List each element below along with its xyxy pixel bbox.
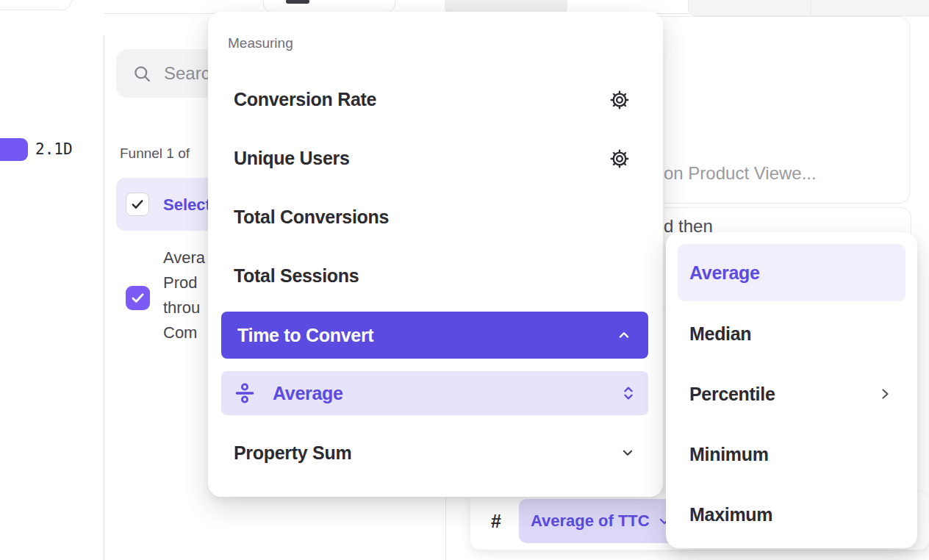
menu-item-label: Average: [273, 383, 343, 404]
submenu-item-median[interactable]: Median: [689, 323, 751, 345]
metric-pill-label: Average of TTC: [531, 511, 650, 531]
menu-item-time-to-convert[interactable]: Time to Convert: [221, 312, 648, 359]
description-line: Avera: [163, 245, 205, 270]
search-icon: [132, 64, 152, 84]
description-line: Prod: [163, 270, 205, 295]
drag-handle: [286, 0, 309, 4]
step-badge: [0, 138, 28, 161]
checkbox-checked[interactable]: [126, 193, 149, 216]
metric-pill-button[interactable]: Average of TTC: [519, 499, 685, 543]
background-card-top-middle: [263, 0, 395, 12]
menu-item-unique-users[interactable]: Unique Users: [234, 148, 350, 169]
gear-icon[interactable]: [609, 148, 631, 170]
background-toolbar-segment: [445, 0, 567, 12]
submenu-item-maximum[interactable]: Maximum: [689, 504, 772, 525]
checkmark-icon: [130, 197, 145, 212]
gear-icon[interactable]: [609, 89, 631, 111]
top-right-tab-2[interactable]: [811, 0, 929, 16]
measuring-dropdown: Measuring Conversion Rate Unique Users T…: [208, 12, 663, 497]
submenu-item-average[interactable]: Average: [678, 244, 905, 301]
menu-item-average-selector[interactable]: Average: [221, 371, 648, 415]
step-badge-label: 2.1D: [35, 140, 73, 158]
event-card-text: on Product Viewe...: [664, 163, 817, 184]
measuring-header: Measuring: [228, 35, 293, 51]
app-canvas: 2.1D Search Funnel 1 of Selected Avera P…: [0, 0, 929, 560]
description-line: throu: [163, 295, 205, 320]
chevron-up-icon: [616, 327, 632, 343]
left-panel-divider: [104, 35, 104, 560]
description-line: Com: [163, 320, 205, 345]
menu-item-conversion-rate[interactable]: Conversion Rate: [234, 89, 376, 110]
chevron-right-icon: [876, 385, 894, 403]
submenu-item-label: Percentile: [689, 384, 775, 405]
menu-item-label: Property Sum: [234, 442, 351, 464]
aggregation-dropdown: Average Median Percentile Minimum Maximu…: [666, 232, 917, 548]
funnel-step-label: Funnel 1 of: [120, 146, 190, 162]
menu-item-property-sum[interactable]: Property Sum: [221, 432, 648, 473]
chevron-down-icon: [620, 445, 636, 461]
submenu-item-minimum[interactable]: Minimum: [689, 444, 769, 465]
menu-item-total-conversions[interactable]: Total Conversions: [234, 207, 389, 228]
checkmark-icon: [130, 290, 146, 306]
numeric-type-symbol: #: [491, 511, 501, 532]
top-right-tab-1[interactable]: [688, 0, 811, 16]
menu-item-label: Time to Convert: [237, 325, 373, 346]
background-card-top-left: [0, 0, 72, 10]
submenu-item-label: Average: [689, 262, 760, 284]
average-icon: [233, 381, 257, 405]
submenu-item-percentile[interactable]: Percentile: [678, 376, 905, 412]
step-description: Avera Prod throu Com: [163, 245, 205, 345]
menu-item-total-sessions[interactable]: Total Sessions: [234, 265, 359, 287]
checkbox-purple-checked[interactable]: [126, 286, 150, 310]
chevron-up-down-icon: [620, 384, 636, 402]
